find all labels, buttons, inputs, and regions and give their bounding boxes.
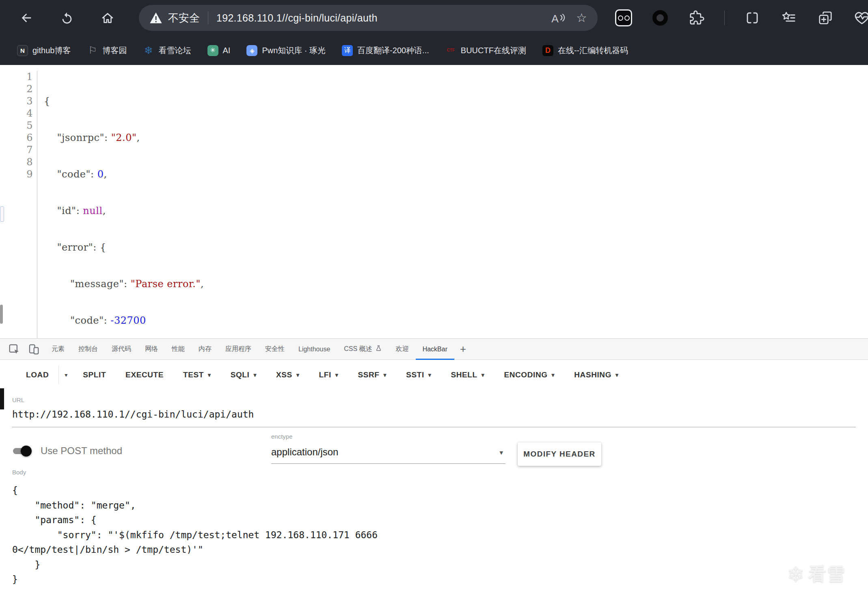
home-button[interactable]: [98, 9, 117, 27]
ssrf-menu-button[interactable]: SSRF: [348, 370, 396, 379]
enctype-selected-value[interactable]: application/json: [271, 446, 505, 458]
tab-elements[interactable]: 元素: [45, 339, 71, 360]
toggle-knob: [21, 446, 32, 457]
pwn-wiki-favicon: ◈: [246, 45, 257, 56]
address-bar-divider: [208, 11, 208, 24]
tab-css-overview[interactable]: CSS 概述: [337, 339, 389, 360]
edge-clipped-scrollbar-fragment: [0, 388, 4, 409]
extensions-puzzle-icon[interactable]: [688, 9, 706, 27]
post-method-control: Use POST method: [12, 445, 122, 457]
browser-toolbar: 不安全 192.168.110.1//cgi-bin/luci/api/auth…: [0, 0, 868, 36]
chevron-down-icon: [482, 372, 485, 378]
use-post-label: Use POST method: [41, 445, 122, 457]
ai-favicon: ✳: [207, 45, 218, 56]
browser-window: 不安全 192.168.110.1//cgi-bin/luci/api/auth…: [0, 0, 868, 591]
more-tabs-icon[interactable]: +: [454, 343, 472, 355]
bookmark-github-blog[interactable]: N github博客: [17, 45, 71, 56]
page-content: 1 2 3 4 5 6 7 8 9 { "jsonrpc": "2.0", "c…: [0, 65, 868, 338]
modify-header-button[interactable]: MODIFY HEADER: [518, 442, 601, 466]
favorites-list-icon[interactable]: [780, 9, 798, 27]
bookmarks-bar: N github博客 ⚐ 博客园 ❄ 看雪论坛 ✳ AI ◈ Pwn知识库 · …: [0, 36, 868, 65]
bookmark-buuctf[interactable]: CTF BUUCTF在线评测: [445, 45, 526, 56]
chevron-down-icon: [615, 372, 619, 378]
edge-clipped-popup-fragment: [0, 206, 4, 222]
body-textarea[interactable]: { "method": "merge", "params": { "sorry"…: [12, 483, 856, 587]
read-aloud-icon[interactable]: A: [551, 11, 566, 24]
hashing-menu-button[interactable]: HASHING: [564, 370, 628, 379]
hackbar-extension-icon[interactable]: [615, 9, 633, 27]
address-bar[interactable]: 不安全 192.168.110.1//cgi-bin/luci/api/auth…: [139, 5, 598, 31]
back-button[interactable]: [17, 9, 36, 27]
browser-essentials-icon[interactable]: [853, 9, 868, 27]
chevron-down-icon: [384, 372, 387, 378]
tab-welcome[interactable]: 欢迎: [389, 339, 416, 360]
bookmark-baidu-translate[interactable]: 译 百度翻译-200种语...: [342, 45, 429, 56]
url-field-label: URL: [12, 396, 856, 403]
shell-menu-button[interactable]: SHELL: [441, 370, 494, 379]
asm-converter-favicon: D: [542, 45, 553, 56]
code-line: "error": {: [44, 241, 204, 253]
chevron-down-icon: [65, 372, 67, 378]
bookmark-pwn-wiki[interactable]: ◈ Pwn知识库 · 琢光: [246, 45, 326, 56]
tab-sources[interactable]: 源代码: [105, 339, 138, 360]
ssti-menu-button[interactable]: SSTI: [396, 370, 441, 379]
tab-performance[interactable]: 性能: [165, 339, 192, 360]
chevron-down-icon: [552, 372, 555, 378]
tab-console[interactable]: 控制台: [71, 339, 105, 360]
code-line: "message": "Parse error.",: [44, 278, 204, 290]
chevron-down-icon: [253, 372, 257, 378]
refresh-button[interactable]: [58, 9, 76, 27]
tab-security[interactable]: 安全性: [258, 339, 291, 360]
chevron-down-icon: [428, 372, 432, 378]
toolbar-separator: [724, 11, 725, 25]
security-status-label[interactable]: 不安全: [168, 11, 200, 25]
test-menu-button[interactable]: TEST: [173, 370, 221, 379]
experiment-flask-icon: [375, 345, 382, 353]
tab-application[interactable]: 应用程序: [218, 339, 258, 360]
bookmark-asm-converter[interactable]: D 在线--汇编转机器码: [542, 45, 628, 56]
encoding-menu-button[interactable]: ENCODING: [494, 370, 564, 379]
github-blog-favicon: N: [17, 45, 28, 56]
browser-chrome: 不安全 192.168.110.1//cgi-bin/luci/api/auth…: [0, 0, 868, 65]
url-text[interactable]: 192.168.110.1//cgi-bin/luci/api/auth: [216, 12, 540, 24]
cnblogs-favicon: ⚐: [87, 45, 98, 56]
devtools-tab-bar: 元素 控制台 源代码 网络 性能 内存 应用程序 安全性 Lighthouse …: [0, 339, 868, 360]
split-screen-icon[interactable]: [743, 9, 761, 27]
bookmark-kanxue-forum[interactable]: ❄ 看雪论坛: [143, 45, 191, 56]
tab-hackbar[interactable]: HackBar: [416, 339, 454, 360]
code-line: "id": null,: [44, 205, 204, 217]
snowflake-favicon: ❄: [143, 45, 154, 56]
url-field-group: URL http://192.168.110.1//cgi-bin/luci/a…: [12, 396, 856, 427]
edge-clipped-scrollbar-thumb: [0, 305, 3, 324]
toolbar-right-icons: [615, 9, 868, 27]
split-button[interactable]: SPLIT: [73, 370, 116, 379]
select-caret-icon[interactable]: [499, 448, 503, 457]
use-post-toggle[interactable]: [13, 448, 30, 454]
code-line: "jsonrpc": "2.0",: [44, 132, 204, 144]
profile-avatar[interactable]: [651, 9, 669, 27]
watermark-text: 看雪: [808, 562, 846, 586]
bookmark-cnblogs[interactable]: ⚐ 博客园: [87, 45, 127, 56]
inspect-element-icon[interactable]: [6, 341, 23, 358]
sqli-menu-button[interactable]: SQLI: [221, 370, 266, 379]
snowflake-logo-icon: ❄: [787, 564, 805, 585]
bookmark-ai[interactable]: ✳ AI: [207, 45, 231, 56]
url-input[interactable]: http://192.168.110.1//cgi-bin/luci/api/a…: [12, 409, 856, 420]
chevron-down-icon: [335, 372, 339, 378]
code-line: "code": 0,: [44, 168, 204, 180]
load-button[interactable]: LOAD: [16, 370, 58, 379]
tab-lighthouse[interactable]: Lighthouse: [291, 339, 337, 360]
enctype-select-group[interactable]: enctype application/json: [271, 433, 505, 464]
svg-text:A: A: [551, 13, 559, 24]
tab-network[interactable]: 网络: [138, 339, 165, 360]
tab-memory[interactable]: 内存: [192, 339, 218, 360]
lfi-menu-button[interactable]: LFI: [309, 370, 348, 379]
execute-button[interactable]: EXECUTE: [116, 370, 173, 379]
xss-menu-button[interactable]: XSS: [266, 370, 309, 379]
favorite-star-icon[interactable]: ☆: [576, 12, 587, 24]
chevron-down-icon: [208, 372, 211, 378]
collections-icon[interactable]: [816, 9, 834, 27]
load-dropdown-button[interactable]: [59, 372, 73, 378]
device-toolbar-icon[interactable]: [25, 341, 42, 358]
not-secure-warning-icon[interactable]: [149, 12, 162, 24]
